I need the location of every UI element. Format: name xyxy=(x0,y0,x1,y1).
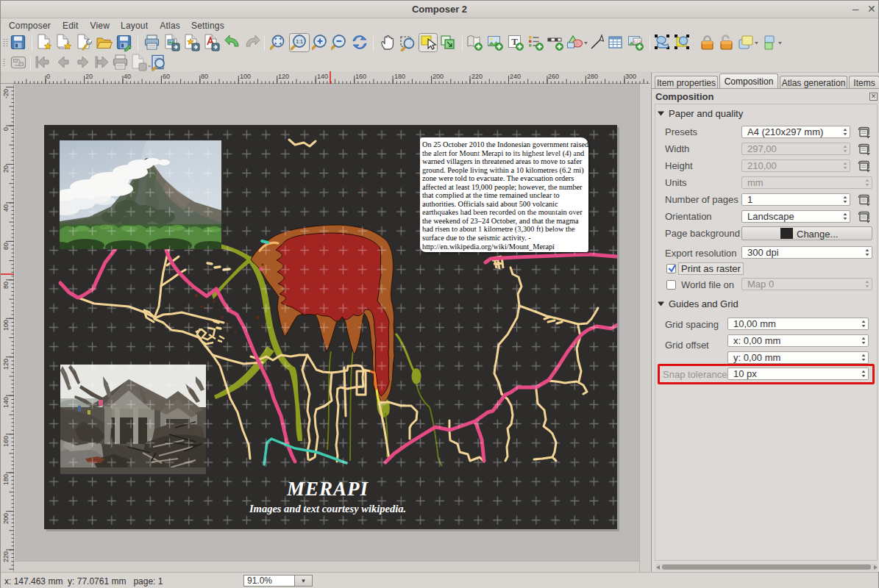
svg-text:1:1: 1:1 xyxy=(296,39,303,44)
